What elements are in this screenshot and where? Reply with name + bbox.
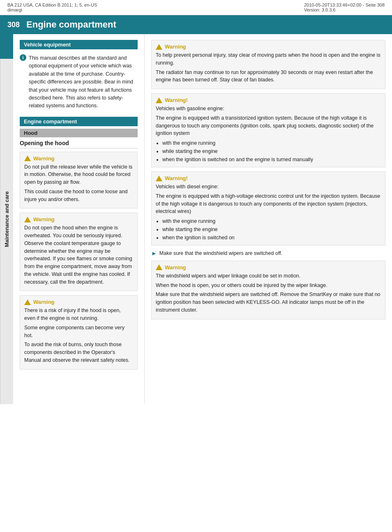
warning2-text: Do not open the hood when the engine is … — [24, 224, 133, 286]
engine-compartment-header: Engine compartment — [20, 117, 138, 126]
right-warning-triangle-4 — [156, 264, 162, 270]
top-bar: BA 212 USA, CA Edition B 2011; 1; 5, en-… — [0, 0, 392, 15]
hood-subheader: Hood — [20, 129, 138, 137]
warning-box-1: Warning Do not pull the release lever wh… — [20, 152, 138, 209]
warning3-text3: To avoid the risk of burns, only touch t… — [24, 341, 133, 364]
right-column: Warning To help prevent personal injury,… — [145, 34, 392, 404]
right-warning-title-2: Warning! — [156, 97, 381, 103]
right-warning-title-1: Warning — [156, 44, 381, 50]
warning3-text1: There is a risk of injury if the hood is… — [24, 307, 133, 322]
top-bar-right-line1: 2010-05-20T13:33:46+02:00 - Seite 308 — [304, 2, 385, 7]
warning-label-2: Warning — [33, 216, 55, 222]
right-warning3-list: with the engine running while starting t… — [162, 217, 381, 242]
right-warning3-item-2: when the ignition is switched on — [162, 234, 381, 242]
warning-triangle-icon-1 — [24, 155, 31, 161]
right-warning4-text3: Make sure that the windshield wipers are… — [156, 291, 381, 314]
right-warning2-item-0: with the engine running — [162, 139, 381, 147]
right-warning3-item-1: while starting the engine — [162, 225, 381, 234]
right-warning-label-3: Warning! — [165, 175, 188, 181]
right-warning-triangle-3 — [156, 176, 162, 181]
vehicle-equipment-header: Vehicle equipment — [20, 40, 138, 49]
action-row: ► Make sure that the windshield wipers a… — [151, 250, 385, 257]
sidebar-blue-bar — [0, 34, 13, 59]
right-warning-title-4: Warning — [156, 264, 381, 271]
warning-title-1: Warning — [24, 155, 133, 162]
right-warning-label-4: Warning — [165, 264, 186, 271]
top-bar-right-line2: Version: 3.0.3.6 — [304, 7, 385, 12]
top-bar-right: 2010-05-20T13:33:46+02:00 - Seite 308 Ve… — [304, 2, 385, 12]
page-number: 308 — [7, 21, 20, 29]
right-warning-box-2: Warning! Vehicles with gasoline engine: … — [151, 93, 385, 167]
sidebar-label: Maintenance and care — [0, 34, 13, 404]
action-text: Make sure that the windshield wipers are… — [159, 250, 282, 257]
right-warning-box-3: Warning! Vehicles with diesel engine: Th… — [151, 171, 385, 245]
warning3-text2: Some engine components can become very h… — [24, 324, 133, 340]
info-row: i This manual describes all the standard… — [20, 54, 138, 110]
main-content: Maintenance and care Vehicle equipment i… — [0, 34, 392, 404]
right-warning1-text2: The radiator fan may continue to run for… — [156, 69, 381, 84]
right-warning2-list: with the engine running while starting t… — [162, 139, 381, 164]
right-warning-box-1: Warning To help prevent personal injury,… — [151, 40, 385, 89]
action-arrow-icon: ► — [151, 250, 157, 257]
right-warning3-item-0: with the engine running — [162, 217, 381, 225]
top-bar-left-line2: dimargi — [7, 7, 97, 12]
warning-box-2: Warning Do not open the hood when the en… — [20, 213, 138, 291]
warning-title-2: Warning — [24, 216, 133, 222]
right-warning4-text2: When the hood is open, you or others cou… — [156, 282, 381, 289]
sidebar-text: Maintenance and care — [4, 191, 10, 247]
info-text: This manual describes all the standard a… — [29, 54, 138, 110]
top-bar-left-line1: BA 212 USA, CA Edition B 2011; 1; 5, en-… — [7, 2, 97, 7]
right-warning1-text1: To help prevent personal injury, stay cl… — [156, 51, 381, 67]
right-warning-triangle-2 — [156, 97, 162, 103]
warning-title-3: Warning — [24, 299, 133, 305]
right-warning4-text1: The windshield wipers and wiper linkage … — [156, 272, 381, 280]
left-column: Vehicle equipment i This manual describe… — [13, 34, 145, 404]
right-warning2-intro: Vehicles with gasoline engine: — [156, 105, 381, 113]
right-warning2-item-2: when the ignition is switched on and the… — [162, 155, 381, 164]
opening-the-hood-header: Opening the hood — [20, 140, 138, 148]
info-icon: i — [20, 54, 26, 61]
right-warning-triangle-1 — [156, 44, 162, 50]
warning-label-1: Warning — [33, 155, 55, 162]
warning-triangle-icon-3 — [24, 299, 31, 305]
vehicle-equipment-info: i This manual describes all the standard… — [20, 52, 138, 113]
warning-box-3: Warning There is a risk of injury if the… — [20, 295, 138, 369]
right-warning-label-1: Warning — [165, 44, 186, 50]
page-title: Engine compartment — [26, 19, 116, 30]
right-warning2-text: The engine is equipped with a transistor… — [156, 114, 381, 137]
page-header: 308 Engine compartment — [0, 15, 392, 34]
warning-label-3: Warning — [33, 299, 55, 305]
right-warning3-text: The engine is equipped with a high-volta… — [156, 192, 381, 215]
right-warning2-item-1: while starting the engine — [162, 147, 381, 155]
warning-triangle-icon-2 — [24, 217, 31, 222]
right-warning-title-3: Warning! — [156, 175, 381, 181]
right-warning-label-2: Warning! — [165, 97, 188, 103]
top-bar-left: BA 212 USA, CA Edition B 2011; 1; 5, en-… — [7, 2, 97, 12]
right-warning-box-4: Warning The windshield wipers and wiper … — [151, 261, 385, 319]
right-warning3-intro: Vehicles with diesel engine: — [156, 183, 381, 191]
